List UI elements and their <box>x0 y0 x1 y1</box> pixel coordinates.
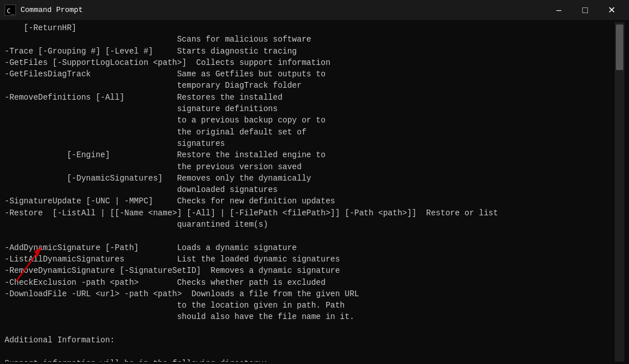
close-button[interactable]: ✕ <box>598 0 624 20</box>
minimize-button[interactable]: – <box>546 0 572 20</box>
maximize-button[interactable]: □ <box>572 0 598 20</box>
window-controls: – □ ✕ <box>546 0 624 20</box>
window-title: Command Prompt <box>21 6 546 14</box>
terminal-window: [-ReturnHR] Scans for malicious software… <box>0 20 629 364</box>
terminal-output: [-ReturnHR] Scans for malicious software… <box>5 22 615 362</box>
app-icon: C_ <box>5 5 16 16</box>
svg-text:C_: C_ <box>7 7 15 15</box>
scrollbar[interactable] <box>615 22 624 362</box>
terminal-content[interactable]: [-ReturnHR] Scans for malicious software… <box>5 22 615 362</box>
scrollbar-thumb[interactable] <box>616 24 623 70</box>
title-bar: C_ Command Prompt – □ ✕ <box>0 0 629 20</box>
